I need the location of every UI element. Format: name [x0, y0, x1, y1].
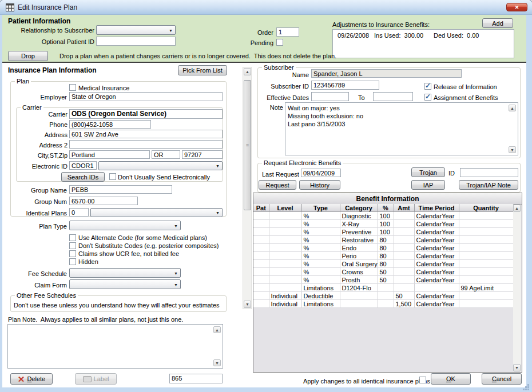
add-adjustment-button[interactable]: Add: [482, 18, 513, 28]
scroll-up-icon[interactable]: ▲: [213, 326, 221, 333]
close-icon: ✕: [515, 5, 519, 10]
table-row[interactable]: %Diagnostic100CalendarYear: [253, 212, 513, 220]
electronic-id-dropdown[interactable]: multiple payors use this ID ▼: [98, 161, 223, 170]
address2-field[interactable]: [69, 140, 223, 149]
resize-grip[interactable]: [527, 386, 529, 388]
dont-substitute-codes-checkbox[interactable]: [69, 242, 76, 249]
table-row[interactable]: %Endo80CalendarYear: [253, 244, 513, 252]
phone-label: Phone: [17, 121, 68, 129]
plan-type-dropdown[interactable]: Category Percentage ▼: [69, 221, 181, 230]
claims-show-ucr-checkbox[interactable]: [69, 250, 76, 257]
column-header[interactable]: Time Period: [414, 204, 459, 212]
optional-patient-id-field[interactable]: [96, 37, 176, 46]
label-button[interactable]: Label: [75, 373, 117, 385]
use-alternate-code-checkbox[interactable]: [69, 234, 76, 241]
drop-button[interactable]: Drop: [8, 51, 48, 61]
window-frame-right[interactable]: [526, 15, 532, 387]
trojan-iap-note-label: Trojan/IAP Note: [466, 182, 511, 189]
phone-field[interactable]: (800)452-1058: [69, 120, 151, 129]
group-num-field[interactable]: 6570-00: [69, 197, 138, 205]
medical-insurance-checkbox[interactable]: [69, 84, 76, 91]
plan-note-textarea[interactable]: ▲ ▼: [7, 324, 223, 369]
claim-form-dropdown[interactable]: ADA 2006 ▼: [69, 279, 181, 289]
history-button[interactable]: History: [299, 180, 340, 190]
table-row[interactable]: LimitationsD1204-Flo99 AgeLimit: [253, 284, 513, 292]
scroll-down-icon[interactable]: ▼: [213, 359, 221, 366]
identical-plans-dropdown[interactable]: ▼: [90, 208, 223, 217]
table-row[interactable]: %X-Ray100CalendarYear: [253, 220, 513, 228]
pending-checkbox[interactable]: [276, 39, 283, 46]
release-of-information-checkbox[interactable]: [424, 83, 431, 90]
column-header[interactable]: Category: [340, 204, 378, 212]
fee-schedule-dropdown[interactable]: ODS ▼: [69, 268, 181, 278]
city-field[interactable]: Portland: [69, 150, 150, 159]
table-row[interactable]: %Perio80CalendarYear: [253, 252, 513, 260]
table-cell: [269, 228, 301, 236]
scroll-down-icon[interactable]: ▼: [509, 146, 516, 153]
column-header[interactable]: Pat: [253, 204, 269, 212]
table-row[interactable]: %Oral Surgery80CalendarYear: [253, 260, 513, 268]
cancel-button-label: Cancel: [492, 375, 511, 382]
last-request-field[interactable]: 09/04/2009: [301, 169, 341, 177]
table-row[interactable]: %Preventive100CalendarYear: [253, 228, 513, 236]
group-num-label: Group Num: [11, 198, 67, 206]
table-row[interactable]: %Prosth50CalendarYear: [253, 276, 513, 284]
iap-button[interactable]: IAP: [411, 180, 445, 190]
adjustments-list[interactable]: 09/26/2008 Ins Used: 300.00 Ded Used: 0.…: [332, 29, 514, 58]
hidden-checkbox[interactable]: [69, 258, 76, 265]
address-field[interactable]: 601 SW 2nd Ave: [69, 130, 223, 138]
trojan-button[interactable]: Trojan: [411, 167, 445, 177]
assignment-of-benefits-checkbox[interactable]: [424, 94, 431, 101]
order-field[interactable]: 1: [276, 27, 299, 37]
column-header[interactable]: Level: [269, 204, 301, 212]
benefit-table-scrollbar[interactable]: ▲ ▼: [513, 205, 521, 371]
table-row[interactable]: %Restorative80CalendarYear: [253, 236, 513, 244]
column-header[interactable]: Quantity: [459, 204, 513, 212]
electronic-id-field[interactable]: CDOR1: [69, 161, 97, 170]
delete-button[interactable]: ✕ Delete: [10, 373, 53, 385]
carrier-field[interactable]: ODS (Oregon Dental Service): [69, 109, 223, 119]
ok-button[interactable]: OK: [431, 373, 471, 385]
table-row[interactable]: %Crowns50CalendarYear: [253, 268, 513, 276]
employer-field[interactable]: State of Oregon: [69, 92, 223, 101]
table-row[interactable]: IndividualDeductible50CalendarYear: [253, 292, 513, 300]
scroll-down-icon[interactable]: ▼: [513, 364, 521, 371]
cancel-button[interactable]: Cancel: [482, 373, 522, 385]
title-bar[interactable]: Edit Insurance Plan ✕: [0, 0, 532, 15]
request-button[interactable]: Request: [259, 180, 296, 190]
zip-field[interactable]: 97207: [182, 150, 223, 159]
column-header[interactable]: Amt: [394, 204, 414, 212]
column-header[interactable]: Type: [301, 204, 340, 212]
plan-id-field[interactable]: 865: [169, 374, 223, 383]
subscriber-id-field[interactable]: 123456789: [311, 81, 379, 90]
table-cell: [269, 220, 301, 228]
subscriber-note-textarea[interactable]: Wait on major: yes Missing tooth exclusi…: [285, 102, 518, 155]
column-header[interactable]: %: [378, 204, 394, 212]
relationship-dropdown[interactable]: Self ▼: [96, 25, 176, 35]
benefit-information-table: Benefit Information PatLevelTypeCategory…: [253, 193, 522, 373]
trojan-iap-note-button[interactable]: Trojan/IAP Note: [459, 180, 518, 190]
table-row[interactable]: IndividualLimitations1,500CalendarYear: [253, 300, 513, 308]
state-field[interactable]: OR: [152, 150, 180, 159]
trojan-id-field[interactable]: [460, 168, 518, 177]
left-panel-scrollbar[interactable]: ▲ ▼: [243, 67, 252, 309]
scroll-up-icon[interactable]: ▲: [244, 68, 251, 75]
subscriber-note-label: Note: [263, 104, 283, 111]
effective-from-field[interactable]: [311, 92, 349, 101]
close-button[interactable]: ✕: [506, 3, 527, 11]
scrollbar-thumb[interactable]: [244, 80, 251, 210]
scroll-down-icon[interactable]: ▼: [244, 301, 251, 308]
pick-from-list-button[interactable]: Pick From List: [178, 65, 227, 75]
subscriber-id-label: Subscriber ID: [257, 83, 309, 90]
window-frame-bottom[interactable]: [0, 387, 532, 392]
scroll-up-icon[interactable]: ▲: [513, 205, 521, 212]
effective-to-field[interactable]: [373, 92, 413, 101]
scroll-up-icon[interactable]: ▲: [509, 105, 516, 111]
group-name-field[interactable]: PEBB: [69, 185, 172, 194]
dont-send-electronically-checkbox[interactable]: [109, 173, 116, 180]
table-cell: [394, 252, 414, 260]
apply-identical-checkbox[interactable]: [419, 377, 426, 383]
identical-plans-field[interactable]: 0: [69, 208, 89, 217]
search-ids-button[interactable]: Search IDs: [61, 172, 105, 182]
relationship-value: Self: [106, 34, 117, 35]
